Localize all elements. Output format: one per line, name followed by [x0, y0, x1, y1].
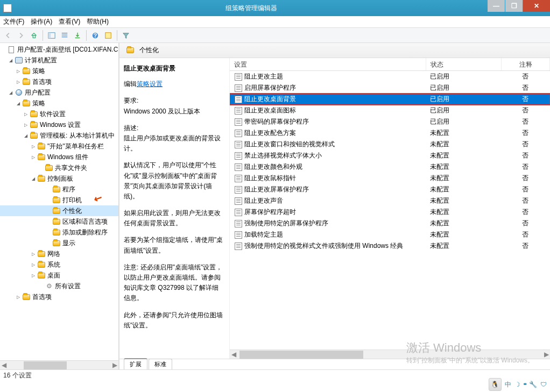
tree-scrollbar[interactable]: ◀ ▶: [0, 360, 118, 369]
col-setting[interactable]: 设置: [230, 58, 426, 70]
tree-control-panel[interactable]: ◢控制面板: [0, 173, 118, 184]
setting-icon: [235, 152, 242, 160]
tree-windows-settings[interactable]: ▷Windows 设置: [0, 119, 118, 130]
moon-icon[interactable]: ☽: [514, 381, 520, 388]
menu-view[interactable]: 查看(V): [59, 17, 80, 26]
close-button[interactable]: ✕: [523, 0, 550, 12]
shield-icon[interactable]: 🛡: [540, 381, 547, 388]
ime-indicator[interactable]: 中: [505, 380, 511, 389]
svg-text:?: ?: [94, 32, 97, 38]
back-button[interactable]: [2, 30, 14, 41]
tab-standard[interactable]: 标准: [149, 359, 172, 369]
tree-policy-uc[interactable]: ◢策略: [0, 98, 118, 109]
list-row[interactable]: 阻止更改鼠标指针未配置否: [230, 173, 550, 184]
tree-display[interactable]: 显示: [0, 238, 118, 248]
menu-action[interactable]: 操作(A): [31, 17, 52, 26]
tree-user-config[interactable]: ◢用户配置: [0, 87, 118, 98]
dots-icon[interactable]: ••: [524, 381, 526, 388]
export-button[interactable]: [72, 30, 83, 41]
list-row[interactable]: 阻止更改桌面背景已启用否: [230, 94, 550, 105]
col-comment[interactable]: 注释: [502, 58, 550, 70]
setting-icon: [235, 220, 242, 227]
tree-personalization[interactable]: 个性化: [0, 205, 118, 216]
list-row[interactable]: 阻止更改桌面图标已启用否: [230, 105, 550, 116]
list-body[interactable]: 阻止更改主题已启用否启用屏幕保护程序已启用否阻止更改桌面背景已启用否阻止更改桌面…: [230, 71, 550, 350]
list-row[interactable]: 强制使用特定的视觉样式文件或强制使用 Windows 经典未配置否: [230, 240, 550, 252]
tree-windows-components[interactable]: ▷Windows 组件: [0, 152, 118, 162]
edit-policy-link[interactable]: 策略设置: [137, 80, 163, 88]
tab-extended[interactable]: 扩展: [124, 358, 147, 369]
setting-icon: [235, 96, 242, 103]
main-area: 用户配置-桌面壁纸 [DC01.XIFAN.C ◢计算机配置 ▷策略 ▷首选项 …: [0, 43, 550, 369]
tree-desktop[interactable]: ▷桌面: [0, 270, 118, 281]
status-text: 16 个设置: [3, 371, 32, 380]
tree-root-label: 用户配置-桌面壁纸 [DC01.XIFAN.C: [17, 45, 118, 54]
tree-add-remove[interactable]: 添加或删除程序: [0, 227, 118, 238]
qq-icon[interactable]: 🐧: [489, 378, 502, 391]
list-row[interactable]: 带密码的屏幕保护程序已启用否: [230, 116, 550, 127]
minimize-button[interactable]: —: [488, 0, 505, 12]
tree-view[interactable]: 用户配置-桌面壁纸 [DC01.XIFAN.C ◢计算机配置 ▷策略 ▷首选项 …: [0, 43, 118, 360]
setting-icon: [235, 141, 242, 148]
tree-preferences-uc[interactable]: ▷首选项: [0, 291, 118, 302]
tree-shared-folders[interactable]: 共享文件夹: [0, 162, 118, 173]
list-row[interactable]: 阻止更改主题已启用否: [230, 71, 550, 82]
wrench-icon[interactable]: 🔧: [529, 381, 537, 388]
forward-button[interactable]: [15, 30, 27, 41]
breadcrumb-label: 个性化: [139, 46, 159, 55]
window-title: 组策略管理编辑器: [15, 4, 487, 13]
app-icon: [3, 4, 12, 12]
tree-admin-templates[interactable]: ◢管理模板: 从本地计算机中: [0, 130, 118, 141]
svg-rect-4: [105, 32, 111, 38]
tree-start-taskbar[interactable]: ▷"开始"菜单和任务栏: [0, 141, 118, 152]
show-hide-tree-button[interactable]: [46, 30, 58, 41]
tree-software-settings[interactable]: ▷软件设置: [0, 109, 118, 119]
list-row[interactable]: 启用屏幕保护程序已启用否: [230, 82, 550, 94]
tree-network[interactable]: ▷网络: [0, 248, 118, 259]
list-view-button[interactable]: [59, 30, 70, 41]
setting-icon: [235, 84, 242, 92]
list-row[interactable]: 禁止选择视觉样式字体大小未配置否: [230, 150, 550, 161]
list-row[interactable]: 屏幕保护程序超时未配置否: [230, 206, 550, 218]
list-row[interactable]: 阻止更改窗口和按钮的视觉样式未配置否: [230, 139, 550, 150]
setting-icon: [235, 130, 242, 137]
tree-region-language[interactable]: 区域和语言选项: [0, 216, 118, 227]
description-panel: 阻止更改桌面背景 编辑策略设置 要求: Windows 2000 及以上版本 描…: [119, 58, 230, 359]
list-row[interactable]: 强制使用特定的屏幕保护程序未配置否: [230, 218, 550, 229]
tree-policy-cc[interactable]: ▷策略: [0, 66, 118, 76]
tree-preferences-cc[interactable]: ▷首选项: [0, 76, 118, 87]
tree-system[interactable]: ▷系统: [0, 259, 118, 270]
tabs: 扩展 标准: [119, 359, 550, 369]
menu-help[interactable]: 帮助(H): [87, 17, 109, 26]
window-buttons: — ❐ ✕: [487, 0, 550, 16]
properties-button[interactable]: [102, 30, 114, 41]
help-button[interactable]: ?: [89, 30, 101, 41]
toolbar: ?: [0, 28, 550, 43]
col-state[interactable]: 状态: [426, 58, 502, 70]
tree-programs[interactable]: 程序: [0, 184, 118, 195]
list-row[interactable]: 阻止更改屏幕保护程序未配置否: [230, 184, 550, 195]
setting-icon: [235, 197, 242, 205]
tree-printers[interactable]: 打印机↙: [0, 195, 118, 205]
settings-list: 设置 状态 注释 阻止更改主题已启用否启用屏幕保护程序已启用否阻止更改桌面背景已…: [230, 58, 550, 359]
filter-button[interactable]: [120, 30, 132, 41]
list-row[interactable]: 阻止更改配色方案未配置否: [230, 127, 550, 139]
tree-root[interactable]: 用户配置-桌面壁纸 [DC01.XIFAN.C: [0, 44, 118, 55]
maximize-button[interactable]: ❐: [505, 0, 523, 12]
tree-pane: 用户配置-桌面壁纸 [DC01.XIFAN.C ◢计算机配置 ▷策略 ▷首选项 …: [0, 43, 119, 369]
setting-icon: [235, 243, 242, 250]
list-row[interactable]: 加载特定主题未配置否: [230, 229, 550, 240]
tree-computer-config[interactable]: ◢计算机配置: [0, 55, 118, 66]
system-tray: 🐧 中 ☽ •• 🔧 🛡: [485, 377, 550, 392]
tree-all-settings[interactable]: 所有设置: [0, 281, 118, 291]
setting-icon: [235, 73, 242, 81]
menu-bar: 文件(F) 操作(A) 查看(V) 帮助(H): [0, 16, 550, 28]
details-pane: 个性化 阻止更改桌面背景 编辑策略设置 要求: Windows 2000 及以上…: [119, 43, 550, 369]
svg-rect-1: [48, 32, 51, 38]
list-row[interactable]: 阻止更改颜色和外观未配置否: [230, 161, 550, 173]
menu-file[interactable]: 文件(F): [3, 17, 24, 26]
up-button[interactable]: [28, 30, 40, 41]
list-row[interactable]: 阻止更改声音未配置否: [230, 195, 550, 206]
list-scrollbar[interactable]: ◀ ▶: [230, 350, 550, 359]
breadcrumb: 个性化: [119, 43, 550, 58]
